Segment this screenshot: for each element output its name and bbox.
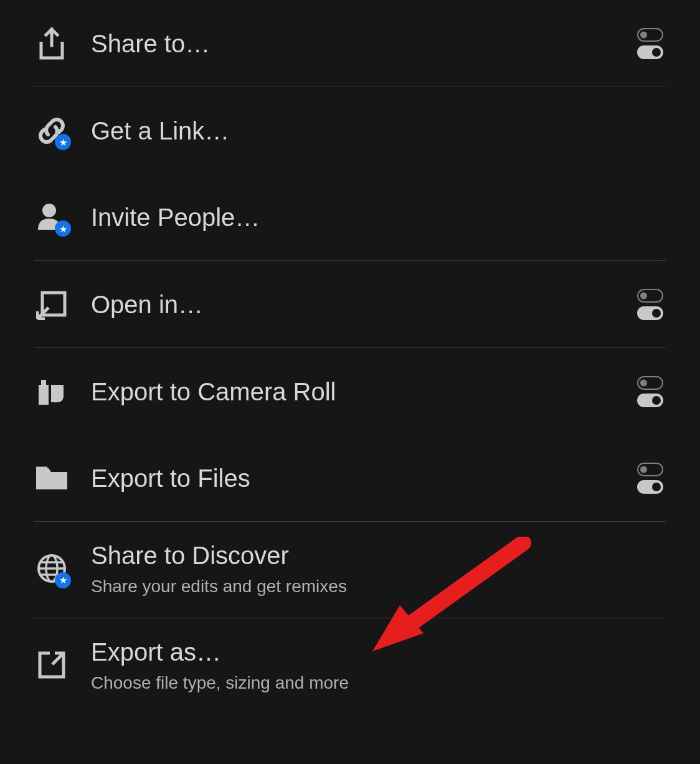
menu-item-open-in[interactable]: Open in… xyxy=(34,261,666,347)
menu-item-label: Open in… xyxy=(91,290,637,319)
menu-item-get-link[interactable]: Get a Link… xyxy=(34,87,666,174)
menu-item-sublabel: Choose file type, sizing and more xyxy=(91,673,666,693)
menu-item-label: Export to Camera Roll xyxy=(91,377,637,407)
open-in-icon xyxy=(34,287,69,321)
share-export-menu: Share to… Get a Link… Invite Peo xyxy=(0,0,700,714)
link-icon xyxy=(34,113,69,148)
export-icon xyxy=(34,648,69,682)
menu-item-label: Invite People… xyxy=(91,202,666,232)
menu-item-invite-people[interactable]: Invite People… xyxy=(34,174,666,260)
star-badge-icon xyxy=(55,572,71,588)
folder-icon xyxy=(34,461,69,495)
menu-item-export-camera-roll[interactable]: Export to Camera Roll xyxy=(34,348,666,435)
menu-item-label: Share to Discover xyxy=(91,540,666,570)
menu-item-label: Export as… xyxy=(91,637,666,667)
person-icon xyxy=(34,200,69,234)
menu-item-sublabel: Share your edits and get remixes xyxy=(91,577,666,597)
star-badge-icon xyxy=(55,220,71,237)
menu-item-share-discover[interactable]: Share to Discover Share your edits and g… xyxy=(34,522,666,618)
menu-item-share-to[interactable]: Share to… xyxy=(34,0,666,87)
star-badge-icon xyxy=(55,134,71,150)
svg-rect-4 xyxy=(36,466,47,469)
toggle-pair-icon xyxy=(637,289,663,320)
svg-point-0 xyxy=(42,204,56,217)
menu-item-export-as[interactable]: Export as… Choose file type, sizing and … xyxy=(34,618,666,714)
menu-item-label: Share to… xyxy=(91,29,637,59)
svg-rect-2 xyxy=(39,385,49,405)
camera-roll-icon xyxy=(34,374,69,408)
toggle-pair-icon xyxy=(637,463,663,494)
menu-item-label: Get a Link… xyxy=(91,116,666,146)
toggle-pair-icon xyxy=(637,28,663,59)
share-icon xyxy=(34,26,69,60)
toggle-pair-icon xyxy=(637,376,663,407)
menu-item-export-files[interactable]: Export to Files xyxy=(34,435,666,521)
globe-icon xyxy=(34,552,69,586)
svg-rect-3 xyxy=(41,380,46,385)
menu-item-label: Export to Files xyxy=(91,463,637,493)
